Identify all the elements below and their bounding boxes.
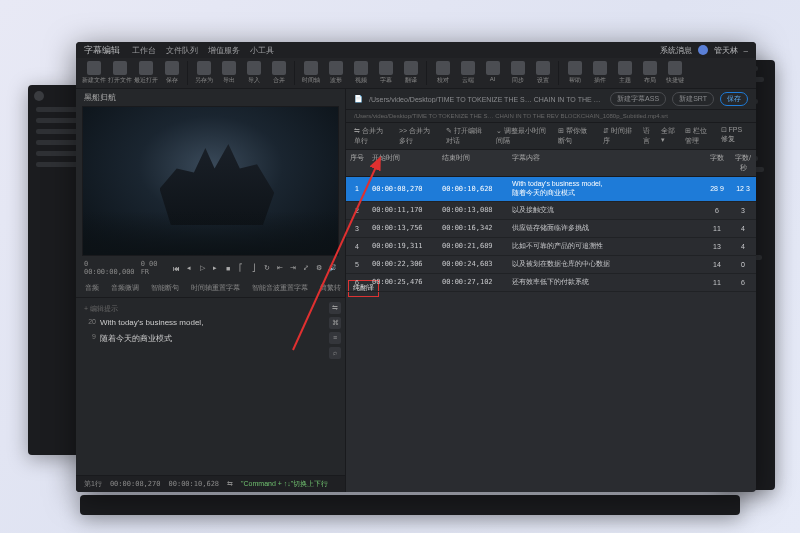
cell-start: 00:00:11,170 [368, 203, 438, 217]
table-row[interactable]: 600:00:25,47600:00:27,102还有效率低下的付款系统116 [346, 274, 756, 292]
ribbon-icon [247, 61, 261, 75]
video-preview[interactable] [82, 106, 339, 256]
table-row[interactable]: 200:00:11,17000:00:13,088以及接触交流63 [346, 202, 756, 220]
ribbon-button[interactable]: 导出 [217, 61, 240, 85]
language-select[interactable]: 全部 ▾ [661, 126, 676, 146]
table-row[interactable]: 300:00:13,75600:00:16,342供应链存储面临许多挑战114 [346, 220, 756, 238]
open-edit-button[interactable]: ✎ 打开编辑对话 [446, 126, 487, 146]
settings-icon[interactable]: ⚙ [314, 263, 324, 273]
editor-tab[interactable]: 智能断句 [146, 280, 184, 297]
columns-button[interactable]: ⊞ 栏位管理 [685, 126, 713, 146]
new-ass-button[interactable]: 新建字幕ASS [610, 92, 666, 106]
fps-fix-button[interactable]: ⊡ FPS修复 [721, 126, 748, 146]
editor-tab[interactable]: 音频 [80, 280, 104, 297]
editor-line2-text[interactable]: 随着今天的商业模式 [100, 333, 337, 344]
mark-in-icon[interactable]: ⎡ [236, 263, 246, 273]
subtitle-table[interactable]: 100:00:08,27000:00:10,628With today's bu… [346, 177, 756, 492]
loop-icon[interactable]: ↻ [262, 263, 272, 273]
status-shortcut-tip: "Command + ↑↓"切换上下行 [241, 479, 328, 489]
video-title: 黑船归航 [76, 89, 345, 106]
ribbon-button[interactable]: 同步 [506, 61, 529, 85]
ribbon-button[interactable]: 插件 [588, 61, 611, 85]
mark-out-icon[interactable]: ⎦ [249, 263, 259, 273]
ribbon-icon [87, 61, 101, 75]
table-row[interactable]: 400:00:19,31100:00:21,689比如不可靠的产品的可追溯性13… [346, 238, 756, 256]
merge-multi-button[interactable]: >> 合并为多行 [399, 126, 436, 146]
ribbon-label: 打开文件 [108, 76, 132, 85]
ribbon-icon [379, 61, 393, 75]
ribbon-button[interactable]: 导入 [242, 61, 265, 85]
menu-workbench[interactable]: 工作台 [132, 45, 156, 56]
rewind-icon[interactable]: ⏮ [171, 263, 181, 273]
ribbon-button[interactable]: 最近打开 [134, 61, 158, 85]
ribbon-button[interactable]: 快捷键 [663, 61, 686, 85]
stop-icon[interactable]: ■ [223, 263, 233, 273]
editor-tab[interactable]: 时间轴重置字幕 [186, 280, 245, 297]
step-fwd-icon[interactable]: ▸ [210, 263, 220, 273]
prev-sub-icon[interactable]: ⇤ [275, 263, 285, 273]
merge-single-button[interactable]: ⇋ 合并为单行 [354, 126, 389, 146]
system-message-link[interactable]: 系统消息 [660, 45, 692, 56]
col-chars[interactable]: 字数 [704, 150, 730, 176]
new-srt-button[interactable]: 新建SRT [672, 92, 714, 106]
cell-end: 00:00:16,342 [438, 221, 508, 235]
subtitle-editor-window: 字幕编辑 工作台 文件队列 增值服务 小工具 系统消息 管天林 – 新建文件打开… [76, 42, 756, 492]
ribbon-label: 保存 [166, 76, 178, 85]
ribbon-button[interactable]: 另存为 [192, 61, 215, 85]
ribbon-button[interactable]: 布局 [638, 61, 661, 85]
fullscreen-icon[interactable]: ⤢ [301, 263, 311, 273]
ribbon-button[interactable]: 字幕 [374, 61, 397, 85]
ribbon-button[interactable]: 时间轴 [299, 61, 322, 85]
status-link-icon[interactable]: ⇆ [227, 480, 233, 488]
adjust-gap-button[interactable]: ⌄ 调整最小时间间隔 [496, 126, 548, 146]
editor-line1-text[interactable]: With today's business model, [100, 318, 337, 327]
auto-split-button[interactable]: ⊞ 帮你做断句 [558, 126, 593, 146]
user-name[interactable]: 管天林 [714, 45, 738, 56]
cell-end: 00:00:13,088 [438, 203, 508, 217]
ribbon-button[interactable]: AI [481, 61, 504, 85]
tool-tag-icon[interactable]: ⌘ [329, 317, 341, 329]
ribbon-button[interactable]: 视频 [349, 61, 372, 85]
ribbon-button[interactable]: 合并 [267, 61, 290, 85]
time-sort-button[interactable]: ⇵ 时间排序 [603, 126, 632, 146]
ribbon-button[interactable]: 校对 [431, 61, 454, 85]
ribbon-button[interactable]: 设置 [531, 61, 554, 85]
step-back-icon[interactable]: ◂ [184, 263, 194, 273]
avatar[interactable] [698, 45, 708, 55]
editor-tab[interactable]: 音频微调 [106, 280, 144, 297]
ribbon-button[interactable]: 波形 [324, 61, 347, 85]
ribbon-button[interactable]: 帮助 [563, 61, 586, 85]
ribbon-button[interactable]: 云端 [456, 61, 479, 85]
col-text[interactable]: 字幕内容 [508, 150, 704, 176]
tool-search-icon[interactable]: ⌕ [329, 347, 341, 359]
cell-start: 00:00:19,311 [368, 239, 438, 253]
ribbon-button[interactable]: 保存 [160, 61, 183, 85]
ribbon-button[interactable]: 打开文件 [108, 61, 132, 85]
window-minimize-icon[interactable]: – [744, 46, 748, 55]
editor-tab[interactable]: 简繁转 [315, 280, 346, 297]
ribbon-button[interactable]: 主题 [613, 61, 636, 85]
menu-file-queue[interactable]: 文件队列 [166, 45, 198, 56]
menu-tools[interactable]: 小工具 [250, 45, 274, 56]
file-path-2: /Users/video/Desktop/TIME TO TOKENIZE TH… [354, 113, 748, 119]
tool-sort-icon[interactable]: ≡ [329, 332, 341, 344]
editor-tab[interactable]: 智能音波重置字幕 [247, 280, 313, 297]
save-button[interactable]: 保存 [720, 92, 748, 106]
col-index[interactable]: 序号 [346, 150, 368, 176]
status-bar: 第1行 00:00:08,270 00:00:10,628 ⇆ "Command… [76, 475, 345, 492]
ribbon-button[interactable]: 翻译 [399, 61, 422, 85]
menu-vas[interactable]: 增值服务 [208, 45, 240, 56]
volume-icon[interactable]: 🔊 [327, 263, 337, 273]
tool-swap-icon[interactable]: ⇋ [329, 302, 341, 314]
ribbon-label: 快捷键 [666, 76, 684, 85]
background-window-bottom [80, 495, 740, 515]
col-start[interactable]: 开始时间 [368, 150, 438, 176]
ribbon-button[interactable]: 新建文件 [82, 61, 106, 85]
col-cps[interactable]: 字数/秒 [730, 150, 756, 176]
next-sub-icon[interactable]: ⇥ [288, 263, 298, 273]
cell-cps: 4 [730, 240, 756, 253]
play-icon[interactable]: ▷ [197, 263, 207, 273]
col-end[interactable]: 结束时间 [438, 150, 508, 176]
table-row[interactable]: 500:00:22,30600:00:24,683以及被划在数据仓库的中心数据1… [346, 256, 756, 274]
table-row[interactable]: 100:00:08,27000:00:10,628With today's bu… [346, 177, 756, 202]
